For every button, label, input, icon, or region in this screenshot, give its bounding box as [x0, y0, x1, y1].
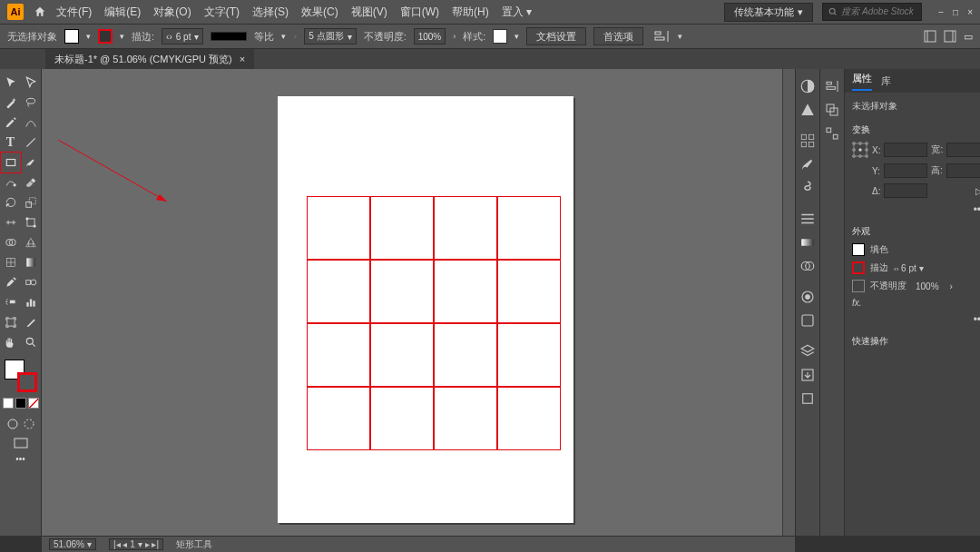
search-input[interactable]: 搜索 Adobe Stock — [822, 3, 922, 21]
flip-h-icon[interactable]: ▷◁ — [975, 186, 980, 196]
chevron-down-icon[interactable]: ▾ — [86, 32, 91, 41]
slice-tool-icon[interactable] — [21, 312, 41, 332]
canvas[interactable] — [42, 69, 795, 536]
pen-tool-icon[interactable] — [1, 113, 21, 133]
x-input[interactable] — [884, 143, 927, 157]
chevron-down-icon[interactable]: ▾ — [678, 32, 682, 41]
panel-toggle-icon[interactable] — [924, 30, 936, 43]
home-icon[interactable] — [33, 5, 47, 19]
chevron-right-icon[interactable]: › — [453, 32, 456, 41]
rectangle-tool-icon[interactable] — [1, 153, 21, 172]
color-guide-panel-icon[interactable] — [796, 98, 819, 122]
screen-mode-icon[interactable] — [14, 438, 28, 448]
minimize-icon[interactable]: − — [938, 7, 944, 17]
rotate-tool-icon[interactable] — [1, 192, 21, 212]
appearance-stroke-swatch[interactable] — [852, 261, 865, 274]
document-tab[interactable]: 未标题-1* @ 51.06% (CMYK/GPU 预览) × — [45, 49, 254, 69]
y-input[interactable] — [884, 163, 927, 178]
menu-select[interactable]: 选择(S) — [252, 5, 289, 20]
preferences-button[interactable]: 首选项 — [593, 27, 643, 45]
opacity-input[interactable]: 100% — [414, 28, 446, 44]
reference-point-icon[interactable] — [852, 142, 868, 158]
appearance-stroke-input[interactable]: ‹› 6 pt ▾ — [894, 263, 943, 273]
mesh-tool-icon[interactable] — [1, 252, 21, 272]
document-setup-button[interactable]: 文档设置 — [526, 27, 586, 45]
appearance-opacity-swatch[interactable] — [852, 280, 865, 292]
chevron-down-icon[interactable]: ▾ — [120, 32, 124, 41]
perspective-grid-tool-icon[interactable] — [21, 232, 41, 252]
menu-window[interactable]: 窗口(W) — [400, 5, 439, 20]
symbol-sprayer-tool-icon[interactable] — [1, 292, 21, 312]
zoom-tool-icon[interactable] — [21, 332, 41, 352]
align-panel-icon[interactable] — [820, 74, 844, 98]
swatches-panel-icon[interactable] — [796, 129, 819, 153]
stroke-color-swatch[interactable] — [17, 372, 37, 392]
line-segment-tool-icon[interactable] — [21, 133, 41, 153]
graphic-style-swatch[interactable] — [493, 29, 507, 44]
brushes-panel-icon[interactable] — [796, 153, 819, 176]
paintbrush-tool-icon[interactable] — [21, 153, 41, 172]
transform-more-icon[interactable]: ••• — [974, 203, 980, 216]
close-icon[interactable]: × — [967, 7, 973, 17]
transform-panel-icon[interactable] — [820, 122, 844, 145]
layers-panel-icon[interactable] — [796, 340, 819, 363]
maximize-icon[interactable]: □ — [953, 7, 958, 17]
hand-tool-icon[interactable] — [1, 332, 21, 352]
menu-arrange[interactable]: 置入 ▾ — [502, 5, 532, 20]
gradient-tool-icon[interactable] — [21, 252, 41, 272]
appearance-fill-swatch[interactable] — [852, 243, 865, 256]
tab-libraries[interactable]: 库 — [881, 74, 891, 88]
tab-properties[interactable]: 属性 — [852, 72, 872, 91]
zoom-level-input[interactable]: 51.06%▾ — [49, 538, 96, 550]
draw-normal-icon[interactable] — [6, 418, 19, 430]
width-tool-icon[interactable] — [1, 212, 21, 232]
magic-wand-tool-icon[interactable] — [1, 93, 21, 113]
curvature-tool-icon[interactable] — [21, 113, 41, 133]
options-menu-icon[interactable]: ▭ — [964, 31, 973, 43]
chevron-down-icon[interactable]: ▾ — [348, 32, 352, 42]
artboard-tool-icon[interactable] — [1, 312, 21, 332]
selection-tool-icon[interactable] — [1, 73, 21, 93]
eraser-tool-icon[interactable] — [21, 172, 41, 192]
w-input[interactable] — [946, 143, 980, 157]
corner-profile-input[interactable]: 5 点圆形▾ — [304, 28, 356, 44]
color-mode-gradient-icon[interactable] — [15, 398, 26, 409]
column-graph-tool-icon[interactable] — [21, 292, 41, 312]
asset-export-panel-icon[interactable] — [796, 363, 819, 387]
menu-view[interactable]: 视图(V) — [351, 5, 387, 20]
color-mode-color-icon[interactable] — [3, 398, 14, 409]
blend-tool-icon[interactable] — [21, 272, 41, 292]
fill-stroke-swatch[interactable] — [5, 360, 37, 392]
color-mode-none-icon[interactable] — [28, 398, 39, 409]
stroke-panel-icon[interactable] — [796, 207, 819, 231]
tab-close-icon[interactable]: × — [240, 54, 245, 64]
free-transform-tool-icon[interactable] — [21, 212, 41, 232]
appearance-panel-icon[interactable] — [796, 285, 819, 309]
menu-edit[interactable]: 编辑(E) — [104, 5, 141, 20]
gradient-panel-icon[interactable] — [796, 231, 819, 254]
lasso-tool-icon[interactable] — [21, 93, 41, 113]
shaper-tool-icon[interactable] — [1, 172, 21, 192]
vertical-scrollbar[interactable] — [782, 69, 795, 536]
graphic-styles-panel-icon[interactable] — [796, 309, 819, 332]
appearance-more-icon[interactable]: ••• — [974, 313, 980, 326]
pathfinder-panel-icon[interactable] — [820, 98, 844, 122]
menu-file[interactable]: 文件(F) — [56, 5, 92, 20]
color-panel-icon[interactable] — [796, 74, 819, 98]
artboards-panel-icon[interactable] — [796, 387, 819, 410]
fill-swatch[interactable] — [64, 29, 79, 44]
h-input[interactable] — [946, 163, 980, 178]
direct-selection-tool-icon[interactable] — [21, 73, 41, 93]
chevron-down-icon[interactable]: ▾ — [281, 32, 286, 41]
stepper-icon[interactable]: ‹› — [166, 32, 172, 42]
symbols-panel-icon[interactable] — [796, 176, 819, 200]
menu-text[interactable]: 文字(T) — [204, 5, 240, 20]
angle-input[interactable] — [884, 183, 927, 198]
chevron-down-icon[interactable]: ▾ — [514, 32, 519, 41]
type-tool-icon[interactable]: T — [1, 133, 21, 153]
transparency-panel-icon[interactable] — [796, 254, 819, 278]
panel-toggle-icon[interactable] — [944, 30, 956, 43]
artboard-nav[interactable]: |◂ ◂ 1 ▾ ▸ ▸| — [109, 538, 163, 550]
red-grid-artwork[interactable] — [307, 196, 561, 450]
stroke-swatch[interactable] — [98, 29, 113, 44]
